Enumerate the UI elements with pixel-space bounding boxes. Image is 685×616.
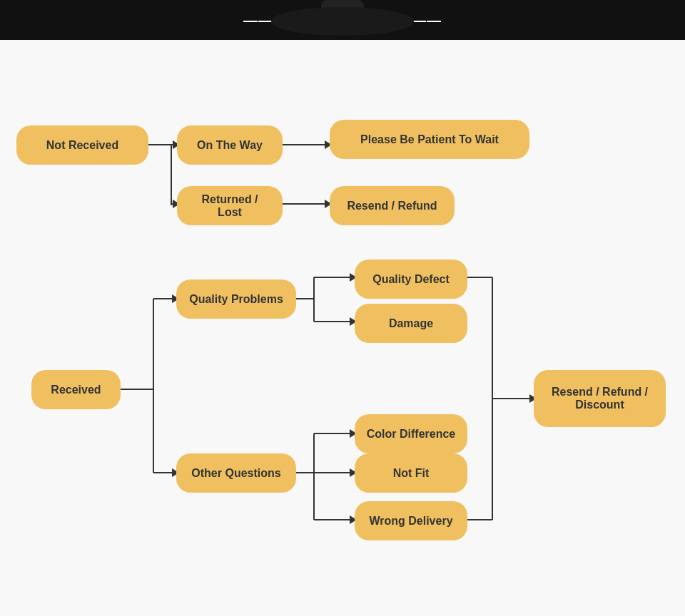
damage-node: Damage	[355, 304, 467, 343]
quality-defect-node: Quality Defect	[355, 260, 467, 299]
page-header: Return & Refund	[0, 0, 685, 40]
quality-problems-node: Quality Problems	[176, 279, 296, 319]
on-the-way-node: On The Way	[177, 125, 283, 165]
wrong-delivery-node: Wrong Delivery	[355, 501, 467, 540]
other-questions-node: Other Questions	[176, 453, 296, 493]
diagram-area: Not Received On The Way Please Be Patien…	[0, 40, 685, 616]
resend-refund-discount-node: Resend / Refund / Discount	[534, 370, 666, 427]
returned-lost-node: Returned / Lost	[177, 186, 283, 225]
not-fit-node: Not Fit	[355, 453, 467, 493]
resend-refund-node: Resend / Refund	[330, 186, 455, 225]
color-difference-node: Color Difference	[355, 414, 467, 453]
please-be-patient-node: Please Be Patient To Wait	[330, 120, 529, 159]
received-node: Received	[31, 370, 121, 409]
not-received-node: Not Received	[16, 125, 148, 165]
